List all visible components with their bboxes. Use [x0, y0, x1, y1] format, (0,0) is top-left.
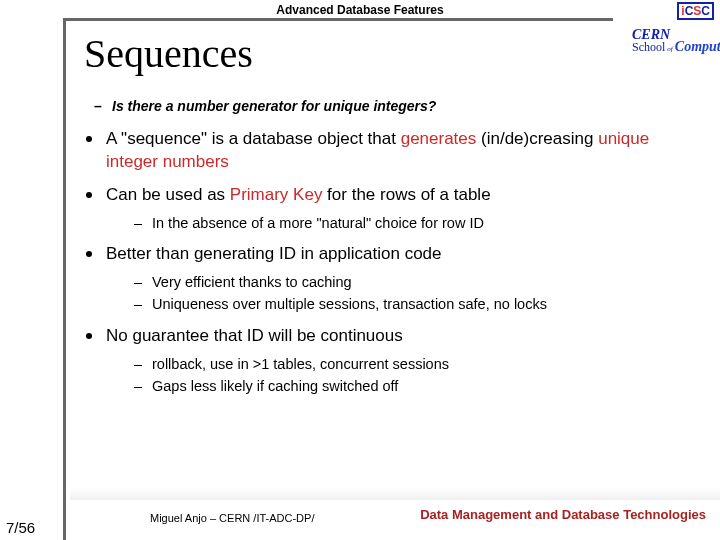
- page-title: Sequences: [84, 30, 253, 77]
- sub-natural-choice: In the absence of a more "natural" choic…: [134, 213, 700, 233]
- sub-caching: Very efficient thanks to caching: [134, 272, 700, 292]
- sub-rollback: rollback, use in >1 tables, concurrent s…: [134, 354, 700, 374]
- logo-school-text: School: [632, 41, 665, 53]
- sub-gaps: Gaps less likely if caching switched off: [134, 376, 700, 396]
- left-border: [63, 18, 66, 540]
- bullet-no-guarantee: No guarantee that ID will be continuous …: [84, 325, 700, 397]
- bullet-sequence-def: A "sequence" is a database object that g…: [84, 128, 700, 174]
- top-border: [63, 18, 613, 21]
- lead-question: Is there a number generator for unique i…: [112, 98, 700, 114]
- content-area: Is there a number generator for unique i…: [84, 98, 700, 406]
- page-number: 7/56: [6, 519, 35, 536]
- sub-uniqueness: Uniqueness over multiple sessions, trans…: [134, 294, 700, 314]
- header-label: Advanced Database Features: [0, 3, 720, 17]
- logo-of-text: of: [667, 46, 672, 53]
- icsc-badge: iCSC: [677, 2, 714, 20]
- slide: Advanced Database Features iCSC CERN Sch…: [0, 0, 720, 540]
- footer-topic: Data Management and Database Technologie…: [420, 507, 706, 522]
- footer-shadow: [70, 488, 720, 500]
- bullet-better-than-app: Better than generating ID in application…: [84, 243, 700, 315]
- cern-logo: iCSC CERN School of Computing: [632, 2, 714, 62]
- footer-author: Miguel Anjo – CERN /IT-ADC-DP/: [150, 512, 314, 524]
- bullet-primary-key: Can be used as Primary Key for the rows …: [84, 184, 700, 233]
- logo-computing-text: Computing: [675, 40, 720, 54]
